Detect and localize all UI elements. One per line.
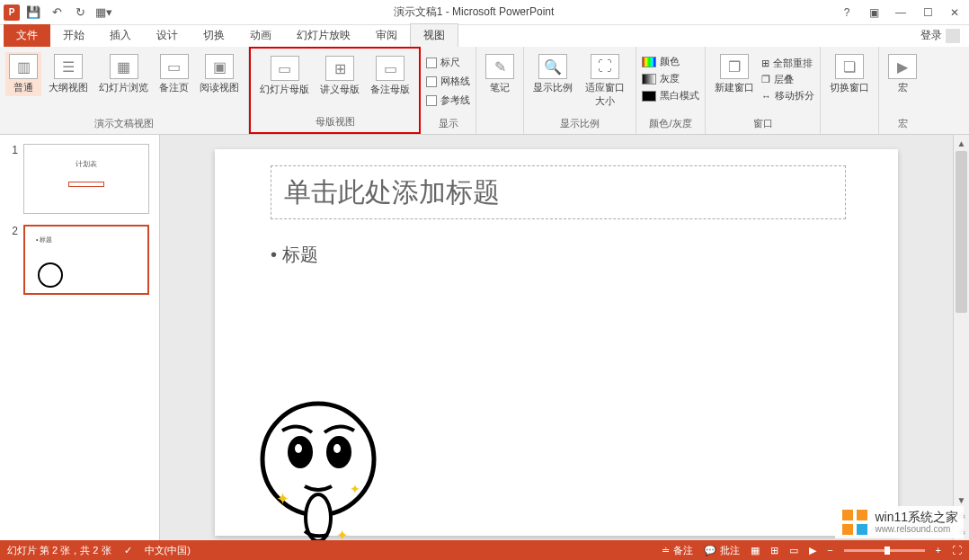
tab-design[interactable]: 设计: [144, 24, 191, 47]
arrange-all-button[interactable]: ⊞全部重排: [761, 56, 814, 71]
reading-view-icon[interactable]: ▭: [789, 545, 798, 556]
slide-thumbnails-panel[interactable]: 1 计划表 2 • 标题: [0, 135, 160, 540]
group-show: 标尺 网格线 参考线 显示: [421, 47, 476, 134]
redo-icon[interactable]: ↻: [70, 3, 90, 22]
scroll-track[interactable]: [954, 151, 969, 492]
tab-insert[interactable]: 插入: [97, 24, 144, 47]
quick-access-toolbar: P 💾 ↶ ↻ ▦▾: [0, 3, 113, 22]
slide-thumbnail-1[interactable]: 计划表: [23, 144, 149, 214]
group-label-notes: [482, 118, 518, 132]
fit-to-window-icon[interactable]: ⛶: [952, 545, 962, 556]
notes-master-icon: ▭: [376, 56, 404, 81]
body-placeholder[interactable]: • 标题: [271, 243, 318, 267]
language-indicator[interactable]: 中文(中国): [145, 544, 191, 557]
window-title: 演示文稿1 - Microsoft PowerPoint: [113, 4, 834, 20]
minimize-button[interactable]: —: [888, 2, 913, 23]
group-notes: ✎笔记: [476, 47, 524, 134]
zoom-out-button[interactable]: −: [827, 545, 832, 556]
scroll-thumb[interactable]: [956, 151, 967, 313]
new-window-button[interactable]: ❐新建窗口: [711, 52, 758, 96]
powerpoint-app-icon: P: [4, 4, 20, 21]
thumb1-shape: [68, 182, 104, 187]
notes-master-button[interactable]: ▭备注母版: [367, 54, 413, 98]
group-label-color: 颜色/灰度: [642, 115, 699, 132]
cascade-button[interactable]: ❐层叠: [761, 72, 814, 87]
checkbox-icon: [426, 58, 437, 68]
tab-file[interactable]: 文件: [4, 24, 50, 47]
notes-button[interactable]: ✎笔记: [482, 52, 518, 96]
tab-transitions[interactable]: 切换: [191, 24, 237, 47]
normal-view-button[interactable]: ▥普通: [5, 52, 41, 96]
normal-view-icon[interactable]: ▦: [751, 545, 760, 556]
slideshow-view-icon[interactable]: ▶: [809, 545, 816, 556]
svg-rect-11: [842, 524, 853, 535]
macros-button[interactable]: ▶宏: [885, 52, 920, 96]
title-placeholder[interactable]: 单击此处添加标题: [271, 165, 846, 219]
tab-home[interactable]: 开始: [50, 24, 97, 47]
new-window-icon: ❐: [720, 54, 749, 79]
guides-checkbox[interactable]: 参考线: [426, 92, 470, 109]
slide-master-icon: ▭: [271, 56, 299, 81]
ruler-checkbox[interactable]: 标尺: [426, 54, 460, 71]
blackwhite-mode-button[interactable]: 黑白模式: [642, 88, 699, 103]
tab-review[interactable]: 审阅: [363, 24, 410, 47]
svg-rect-9: [842, 510, 853, 520]
current-slide[interactable]: 单击此处添加标题 • 标题 ✦ ✦ ✦: [215, 149, 898, 536]
macros-icon: ▶: [888, 54, 917, 79]
cartoon-face-image[interactable]: ✦ ✦ ✦: [242, 387, 395, 540]
handout-master-button[interactable]: ⊞讲义母版: [316, 54, 363, 98]
color-mode-button[interactable]: 颜色: [642, 54, 680, 69]
notes-icon: ✎: [485, 54, 514, 79]
arrange-all-icon: ⊞: [761, 58, 769, 69]
help-icon[interactable]: ?: [834, 2, 859, 23]
slide-number-1: 1: [7, 144, 18, 214]
thumbnail-row-2: 2 • 标题: [7, 225, 152, 295]
slide-canvas-area[interactable]: 单击此处添加标题 • 标题 ✦ ✦ ✦: [160, 135, 953, 540]
zoom-slider[interactable]: [844, 549, 925, 552]
watermark-brand: win11系统之家: [875, 511, 958, 524]
notes-toggle[interactable]: ≐ 备注: [662, 544, 693, 557]
group-master-views: ▭幻灯片母版 ⊞讲义母版 ▭备注母版 母版视图: [249, 47, 421, 134]
save-icon[interactable]: 💾: [23, 3, 43, 22]
work-area: 1 计划表 2 • 标题 单击此处添加标题 • 标题: [0, 135, 969, 540]
group-zoom: 🔍显示比例 ⛶适应窗口大小 显示比例: [524, 47, 636, 134]
ribbon-display-options-icon[interactable]: ▣: [861, 2, 886, 23]
comments-toggle[interactable]: 💬 批注: [704, 544, 740, 557]
vertical-scrollbar[interactable]: ▲ ▼ ≙ ≚: [953, 135, 969, 540]
gridlines-checkbox[interactable]: 网格线: [426, 73, 470, 90]
group-window: ❐新建窗口 ⊞全部重排 ❐层叠 ↔移动拆分 窗口: [706, 47, 821, 134]
window-controls: ? ▣ — ☐ ✕: [834, 2, 969, 23]
svg-rect-12: [857, 524, 867, 535]
slide-master-button[interactable]: ▭幻灯片母版: [256, 54, 313, 98]
reading-view-button[interactable]: ▣阅读视图: [196, 52, 243, 96]
outline-view-button[interactable]: ☰大纲视图: [45, 52, 92, 96]
cascade-icon: ❐: [761, 74, 770, 85]
group-label-zoom: 显示比例: [529, 115, 630, 132]
slide-thumbnail-2[interactable]: • 标题: [23, 225, 149, 295]
tab-view[interactable]: 视图: [410, 23, 458, 47]
fit-window-icon: ⛶: [591, 54, 619, 79]
maximize-button[interactable]: ☐: [915, 2, 940, 23]
zoom-button[interactable]: 🔍显示比例: [529, 52, 576, 96]
login-button[interactable]: 登录: [911, 24, 969, 47]
undo-icon[interactable]: ↶: [47, 3, 67, 22]
spellcheck-icon[interactable]: ✓: [124, 545, 132, 556]
scroll-up-arrow[interactable]: ▲: [954, 135, 969, 151]
close-button[interactable]: ✕: [942, 2, 967, 23]
fit-window-button[interactable]: ⛶适应窗口大小: [580, 52, 630, 110]
tab-slideshow[interactable]: 幻灯片放映: [284, 24, 363, 47]
slide-sorter-button[interactable]: ▦幻灯片浏览: [95, 52, 152, 96]
tab-animations[interactable]: 动画: [237, 24, 284, 47]
sorter-view-icon[interactable]: ⊞: [770, 545, 778, 556]
group-macros: ▶宏 宏: [879, 47, 926, 134]
grayscale-mode-button[interactable]: 灰度: [642, 71, 680, 86]
ribbon-tabs: 文件 开始 插入 设计 切换 动画 幻灯片放映 审阅 视图 登录: [0, 25, 969, 47]
notes-page-icon: ▭: [160, 54, 189, 79]
watermark-logo-icon: [840, 508, 869, 537]
start-from-beginning-icon[interactable]: ▦▾: [93, 3, 113, 22]
switch-windows-button[interactable]: ❏切换窗口: [826, 52, 873, 96]
zoom-in-button[interactable]: +: [936, 545, 941, 556]
notes-page-button[interactable]: ▭备注页: [156, 52, 192, 96]
thumbnail-row-1: 1 计划表: [7, 144, 152, 214]
move-split-button[interactable]: ↔移动拆分: [761, 88, 814, 103]
